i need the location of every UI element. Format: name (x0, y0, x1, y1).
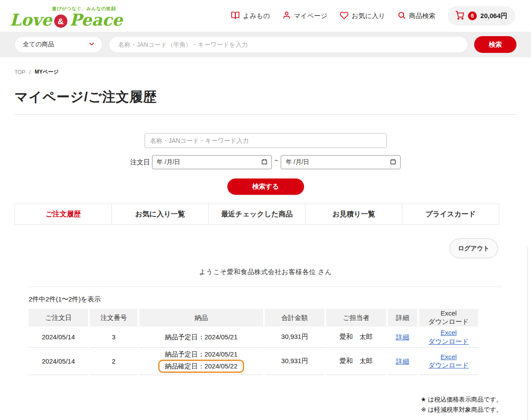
nav-product-search-label: 商品検索 (409, 12, 435, 20)
col-header-staff: ご担当者 (326, 309, 386, 327)
order-filter-form: 注文日 年 /月/日 ~ 年 /月/日 検索する (15, 133, 516, 195)
search-icon (397, 11, 406, 21)
chevron-down-icon (88, 41, 95, 49)
cart-total-amount: 20,064円 (480, 12, 507, 20)
category-select[interactable]: 全ての商品 (15, 36, 103, 53)
cell-order-date: 2024/05/14 (29, 327, 88, 348)
tab-price-card[interactable]: プライスカード (402, 204, 499, 224)
cell-staff: 愛和 太郎 (326, 327, 386, 348)
calendar-icon[interactable] (390, 159, 396, 166)
mypage-tabs: ご注文履歴 お気に入り一覧 最近チェックした商品 お見積り一覧 プライスカード (15, 204, 499, 225)
nav-favorites[interactable]: お気に入り (340, 11, 385, 21)
cell-delivery: 納品予定日：2024/05/21納品確定日：2024/05/22 (139, 348, 263, 375)
person-icon (282, 11, 291, 21)
heart-icon (340, 11, 349, 21)
title-divider (15, 114, 516, 115)
page-edge-line (527, 247, 528, 420)
calendar-icon[interactable] (261, 159, 267, 166)
breadcrumb-top-link[interactable]: TOP (15, 69, 25, 75)
nav-favorites-label: お気に入り (352, 12, 385, 20)
cell-staff: 愛和 太郎 (326, 348, 386, 375)
col-header-total: 合計金額 (265, 309, 324, 327)
tab-order-history[interactable]: ご注文履歴 (15, 204, 111, 224)
logo-peace: Peace (70, 12, 123, 28)
delivery-line: 納品予定日：2024/05/21 (165, 332, 238, 342)
logo-text: Love & Peace (10, 12, 123, 28)
cell-delivery: 納品予定日：2024/05/21 (139, 327, 263, 348)
date-from-placeholder: 年 /月/日 (157, 158, 181, 166)
cart-icon (455, 10, 464, 22)
logout-button[interactable]: ログアウト (449, 238, 498, 258)
breadcrumb-separator: / (29, 69, 30, 75)
site-logo[interactable]: 遊びがつなぐ、みんなの笑顔 Love & Peace (10, 4, 123, 28)
col-header-order-number: 注文番号 (90, 309, 137, 327)
col-header-delivery: 納品 (139, 309, 263, 327)
results-divider (29, 286, 502, 287)
cell-order-number: 2 (90, 348, 137, 375)
category-selected-value: 全ての商品 (23, 41, 54, 48)
detail-link[interactable]: 詳細 (396, 333, 409, 342)
order-table-body: 2024/05/14 3 納品予定日：2024/05/21 30,931円 愛和… (29, 327, 478, 375)
logout-row: ログアウト (15, 238, 516, 258)
delivery-line-highlighted: 納品確定日：2024/05/22 (158, 360, 244, 373)
page-title: マイページ/ご注文履歴 (15, 88, 516, 106)
footer-notes: ★ は税込価格表示商品です。 ※ は軽減税率対象商品です。 (421, 394, 502, 414)
filter-search-button[interactable]: 検索する (227, 178, 304, 195)
tab-favorites-list[interactable]: お気に入り一覧 (111, 204, 208, 224)
logo-ampersand-badge: & (54, 15, 67, 28)
order-date-from-input[interactable]: 年 /月/日 (152, 155, 272, 169)
col-header-order-date: ご注文日 (29, 309, 88, 327)
breadcrumb: TOP / MYページ (15, 68, 516, 76)
order-date-row: 注文日 年 /月/日 ~ 年 /月/日 (130, 155, 401, 169)
col-header-detail: 詳細 (388, 309, 417, 327)
nav-mypage[interactable]: マイページ (282, 11, 327, 21)
excel-download-link[interactable]: Excel ダウンロード (428, 328, 469, 346)
note-reduced-tax: ※ は軽減税率対象商品です。 (421, 405, 502, 415)
col-header-excel: Excel ダウンロード (419, 309, 478, 327)
cart-button[interactable]: 6 20,064円 (448, 6, 515, 26)
main-nav: よみもの マイページ お気に入り 商品検索 (231, 11, 435, 21)
book-icon (231, 11, 240, 21)
tab-quote-list[interactable]: お見積り一覧 (305, 204, 402, 224)
tab-recently-checked[interactable]: 最近チェックした商品 (208, 204, 305, 224)
order-table-row: 2024/05/14 2 納品予定日：2024/05/21納品確定日：2024/… (29, 348, 478, 375)
order-table-row: 2024/05/14 3 納品予定日：2024/05/21 30,931円 愛和… (29, 327, 478, 348)
order-date-label: 注文日 (130, 158, 150, 167)
order-date-to-input[interactable]: 年 /月/日 (281, 155, 401, 169)
global-search-input[interactable] (109, 36, 468, 53)
cell-order-date: 2024/05/14 (29, 348, 88, 375)
global-search-button[interactable]: 検索 (474, 36, 516, 53)
site-header: 遊びがつなぐ、みんなの笑顔 Love & Peace よみもの マイページ お気… (0, 0, 531, 32)
logo-love: Love (10, 12, 52, 28)
nav-yomimono[interactable]: よみもの (231, 11, 270, 21)
order-table: ご注文日 注文番号 納品 合計金額 ご担当者 詳細 Excel ダウンロード 2… (29, 309, 478, 375)
cell-total: 30,931円 (265, 327, 324, 348)
order-results: 2件中2件(1〜2件)を表示 ご注文日 注文番号 納品 合計金額 ご担当者 詳細… (29, 295, 516, 375)
delivery-line: 納品予定日：2024/05/21 (165, 349, 238, 359)
order-table-header: ご注文日 注文番号 納品 合計金額 ご担当者 詳細 Excel ダウンロード (29, 309, 478, 327)
excel-download-link[interactable]: Excel ダウンロード (428, 353, 469, 370)
cell-total: 30,931円 (265, 348, 324, 375)
cell-order-number: 3 (90, 327, 137, 348)
global-search-strip: 全ての商品 検索 (0, 32, 531, 57)
main-content: TOP / MYページ マイページ/ご注文履歴 注文日 年 /月/日 ~ 年 /… (0, 68, 531, 375)
welcome-message: ようこそ愛和食品株式会社お客様各位 さん (15, 268, 516, 276)
cart-count-badge: 6 (468, 11, 477, 20)
detail-link[interactable]: 詳細 (396, 357, 409, 366)
result-count-text: 2件中2件(1〜2件)を表示 (29, 295, 516, 304)
date-range-separator: ~ (275, 156, 278, 164)
nav-product-search[interactable]: 商品検索 (397, 11, 435, 21)
nav-mypage-label: マイページ (294, 12, 327, 20)
breadcrumb-current: MYページ (35, 68, 59, 76)
date-to-placeholder: 年 /月/日 (286, 158, 309, 166)
nav-yomimono-label: よみもの (243, 12, 270, 20)
order-keyword-input[interactable] (145, 133, 387, 148)
note-tax-included: ★ は税込価格表示商品です。 (421, 394, 502, 405)
